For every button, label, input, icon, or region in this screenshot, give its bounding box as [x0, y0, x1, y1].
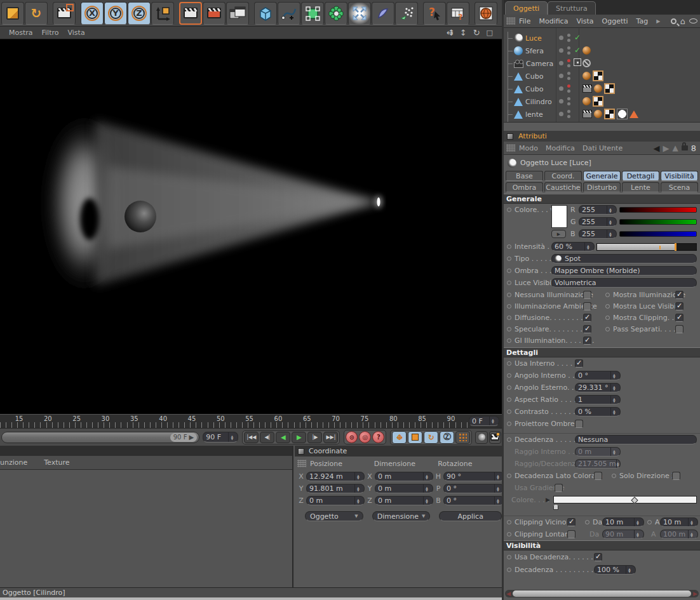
menu-oggetti[interactable]: Oggetti — [602, 17, 628, 25]
nessuna-illuminazione-label[interactable]: Nessuna Illuminazione — [507, 291, 583, 299]
make-editable-icon[interactable] — [1, 2, 24, 25]
compositing-tag-icon[interactable] — [582, 110, 592, 118]
aspect-ratio-label[interactable]: Aspect Ratio . . . . . — [507, 396, 581, 404]
red-gradient-bar[interactable] — [619, 207, 697, 213]
intensita-slider[interactable] — [596, 243, 697, 251]
next-key-button[interactable]: |▶ — [307, 432, 322, 443]
axis-mode-button[interactable] — [151, 2, 174, 25]
angolo-interno-label[interactable]: Angolo Interno . . . . — [507, 371, 584, 380]
render-visibility-dot[interactable] — [567, 102, 570, 105]
online-globe-button[interactable] — [475, 2, 497, 25]
pass-separati-checkbox[interactable] — [675, 325, 683, 333]
tab-caustiche[interactable]: Caustiche — [544, 182, 582, 192]
render-settings-button[interactable] — [203, 2, 225, 25]
contrasto-label[interactable]: Contrasto . . . . . . . . — [507, 408, 584, 416]
object-row-cubo2[interactable]: Cubo — [504, 83, 700, 95]
blue-gradient-bar[interactable] — [619, 231, 697, 237]
visibilita-decadenza-field[interactable]: 100 % — [594, 565, 636, 575]
pos-y-field[interactable]: 91.801 m — [306, 484, 365, 493]
gi-illumination-label[interactable]: GI Illumination. . . . . . . — [507, 337, 583, 345]
history-forward-icon[interactable]: ▶ — [663, 143, 669, 153]
render-active-view-button[interactable] — [179, 2, 202, 25]
solo-direzione-label[interactable]: Solo Direzione Z — [612, 472, 676, 480]
compositing-tag-icon[interactable] — [582, 84, 592, 93]
add-deformer-button[interactable] — [372, 2, 394, 25]
usa-decadenza-checkbox[interactable] — [594, 553, 602, 561]
play-backward-button[interactable]: ◀ — [276, 432, 290, 443]
grip-icon[interactable] — [506, 144, 515, 152]
contrasto-field[interactable]: 0 % — [575, 407, 621, 417]
gi-illumination-checkbox[interactable] — [583, 337, 591, 345]
a-label-dim[interactable]: A — [651, 530, 656, 538]
add-spline-button[interactable] — [278, 2, 300, 25]
clipping-vicino-da-field[interactable]: 10 m — [602, 517, 644, 527]
record-keyframe-button[interactable]: ⊙ — [346, 431, 358, 443]
illuminazione-ambiente-label[interactable]: Illuminazione Ambiente — [507, 302, 583, 310]
grip-icon[interactable] — [297, 460, 306, 467]
green-field[interactable]: 255 — [579, 217, 617, 227]
tab-dettagli[interactable]: Dettagli — [622, 171, 659, 181]
proiettore-ombre-checkbox[interactable] — [575, 420, 583, 428]
coord-system-button[interactable]: Ⓩ — [440, 431, 454, 444]
play-forward-button[interactable]: ▶ — [292, 432, 306, 443]
history-back-icon[interactable]: ◀ — [653, 143, 659, 153]
editor-visibility-dot[interactable] — [567, 72, 570, 75]
mostra-luce-visibile-checkbox[interactable] — [675, 302, 683, 310]
object-name[interactable]: Camera — [526, 60, 555, 68]
polygon-selection-tag-icon[interactable] — [629, 110, 638, 118]
dim-x-field[interactable]: 0 m — [375, 472, 433, 481]
slider-handle[interactable] — [675, 243, 676, 251]
mostra-clipping-label[interactable]: Mostra Clipping. . . . — [605, 314, 675, 322]
tipo-label[interactable]: Tipo . . . . . . — [507, 255, 556, 263]
mostra-illuminazione-label[interactable]: Mostra Illuminazione — [605, 291, 675, 299]
menu-modifica[interactable]: Modifica — [546, 144, 575, 152]
move-tool-button[interactable]: ↔↕ — [392, 431, 407, 444]
luce-visibile-label[interactable]: Luce Visibile — [507, 279, 558, 287]
layer-dot[interactable] — [559, 99, 563, 103]
pass-separati-label[interactable]: Pass Separati. . . . . — [605, 325, 675, 333]
go-to-start-button[interactable]: |◀◀ — [244, 432, 259, 443]
raggio-interno-label[interactable]: Raggio Interno . . . . — [515, 448, 584, 456]
proiettore-ombre-label[interactable]: Proiettore Ombre . . — [507, 420, 584, 428]
render-region-icon[interactable] — [53, 2, 76, 25]
apply-button[interactable]: Applica — [439, 511, 502, 521]
lock-icon[interactable] — [682, 145, 688, 150]
menu-modifica[interactable]: Modifica — [539, 17, 568, 25]
usa-gradiente-checkbox[interactable] — [555, 484, 563, 492]
render-visibility-dot[interactable] — [567, 39, 570, 42]
selection-circle-tag-icon[interactable] — [617, 109, 628, 119]
scale-tool-button[interactable] — [408, 431, 422, 444]
tab-lente[interactable]: Lente — [622, 182, 659, 192]
range-end-cap[interactable]: 90 F ▶ — [170, 433, 198, 442]
layer-dot[interactable] — [559, 48, 563, 53]
preview-range-slider[interactable]: 90 F ▶ — [1, 432, 199, 443]
menu-tag[interactable]: Tag — [636, 17, 649, 25]
usa-interno-checkbox[interactable] — [575, 359, 583, 368]
red-field[interactable]: 255 — [579, 205, 617, 215]
search-icon[interactable] — [671, 18, 676, 24]
layer-dot[interactable] — [559, 36, 563, 40]
layer-dot[interactable] — [559, 74, 563, 78]
panel-square-icon[interactable] — [298, 448, 304, 455]
material-tag-icon[interactable] — [594, 110, 602, 118]
lock-x-button[interactable]: X — [81, 2, 104, 25]
mostra-clipping-checkbox[interactable] — [675, 314, 683, 322]
link-icon[interactable]: 8 — [691, 143, 696, 153]
editor-visibility-dot[interactable] — [567, 97, 570, 100]
nessuna-illuminazione-checkbox[interactable] — [583, 291, 591, 299]
speculare-label[interactable]: Speculare. . . . . . . . . . — [507, 325, 583, 333]
ombra-dropdown[interactable]: Mappe Ombre (Morbide) — [551, 266, 697, 276]
add-array-button[interactable] — [325, 2, 347, 25]
help-button[interactable]: ? — [423, 2, 446, 25]
usa-decadenza-label[interactable]: Usa Decadenza. . . . . . . — [507, 553, 598, 561]
tipo-dropdown[interactable]: Spot — [551, 254, 697, 263]
clipping-lontano-a-field[interactable]: 100 m — [660, 530, 698, 539]
record-options-button[interactable]: ? — [372, 431, 384, 443]
history-up-icon[interactable]: ▲ — [672, 143, 678, 152]
luce-visibile-dropdown[interactable]: Volumetrica — [551, 278, 697, 288]
layer-dot[interactable] — [559, 86, 563, 91]
rotate-view-icon[interactable]: ↻ — [473, 28, 480, 37]
panel-square-icon[interactable] — [507, 133, 513, 140]
a-label[interactable]: A — [647, 518, 660, 526]
render-visibility-dot[interactable] — [567, 51, 570, 55]
